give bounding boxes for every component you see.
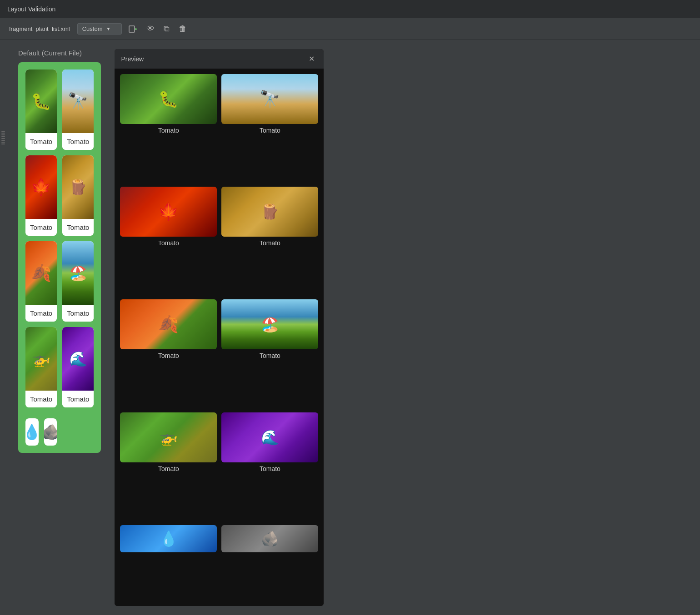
left-card-7: Tomato [62,327,94,407]
card-image-3 [62,155,94,219]
filename-label: fragment_plant_list.xml [5,24,74,34]
svg-rect-0 [129,26,135,32]
left-card-3: Tomato [62,155,94,236]
preview-button[interactable]: 👁 [144,22,157,35]
preview-grid: Tomato Tomato Tomato Tomato Tomato Tomat… [115,69,324,606]
chevron-down-icon: ▼ [106,26,110,31]
preview-card-label-6: Tomato [158,465,179,472]
card-label-4: Tomato [25,305,57,322]
card-image-2 [25,155,57,219]
left-partial-row [25,418,57,446]
preview-card-label-4: Tomato [158,352,179,359]
left-card-1: Tomato [62,69,94,150]
sidebar-tick [1,138,5,139]
preview-card-label-7: Tomato [260,465,280,472]
preview-card-image-2 [120,187,217,237]
left-grid: Tomato Tomato Tomato Tomato Tomato Tomat… [18,62,101,453]
left-partial-card-0 [25,418,39,446]
preview-card-label-1: Tomato [260,127,280,134]
title-bar: Layout Validation [0,0,700,18]
app-title: Layout Validation [7,5,55,13]
copy-icon: ⧉ [164,24,170,34]
preview-card-image-6 [120,412,217,462]
card-label-6: Tomato [25,391,57,407]
sidebar-tick [1,131,5,132]
card-label-0: Tomato [25,133,57,150]
card-image-5 [62,241,94,305]
custom-dropdown[interactable]: Custom ▼ [77,23,122,35]
sidebar-tick [1,144,5,144]
card-image-0 [25,69,57,133]
preview-card-image-0 [120,74,217,124]
preview-close-button[interactable]: ✕ [306,54,317,64]
preview-card-3: Tomato [221,187,318,295]
card-label-2: Tomato [25,219,57,236]
left-card-4: Tomato [25,241,57,322]
preview-card-5: Tomato [221,299,318,407]
preview-card-image-5 [221,299,318,349]
preview-card-1: Tomato [221,74,318,182]
preview-card-6: Tomato [120,412,217,521]
left-panel-title: Default (Current File) [18,49,101,57]
card-image-6 [25,327,57,391]
main-wrapper: Default (Current File) Tomato Tomato Tom… [0,40,700,615]
card-label-1: Tomato [62,133,94,150]
sidebar-left [0,40,9,615]
left-partial-card-1 [44,418,57,446]
left-card-0: Tomato [25,69,57,150]
preview-header: Preview ✕ [115,49,324,69]
left-card-6: Tomato [25,327,57,407]
card-label-7: Tomato [62,391,94,407]
add-layout-icon [128,25,137,34]
toolbar: fragment_plant_list.xml Custom ▼ 👁 ⧉ 🗑 [0,18,700,40]
card-label-3: Tomato [62,219,94,236]
sidebar-tick [1,142,5,143]
preview-card-0: Tomato [120,74,217,182]
card-image-7 [62,327,94,391]
preview-card-image-4 [120,299,217,349]
card-label-5: Tomato [62,305,94,322]
trash-icon: 🗑 [179,24,187,34]
preview-card-2: Tomato [120,187,217,295]
preview-card-label-3: Tomato [260,239,280,247]
preview-card-label-2: Tomato [158,239,179,247]
sidebar-tick [1,133,5,134]
sidebar-tick [1,134,5,135]
preview-card-label-5: Tomato [260,352,280,359]
preview-card-7: Tomato [221,412,318,521]
add-layout-button[interactable] [125,23,140,35]
left-card-2: Tomato [25,155,57,236]
preview-card-image-1 [221,74,318,124]
right-panel: Preview ✕ Tomato Tomato Tomato Tomato To… [115,49,324,606]
card-image-4 [25,241,57,305]
left-panel: Default (Current File) Tomato Tomato Tom… [18,49,101,606]
sidebar-tick [1,136,5,137]
preview-card-4: Tomato [120,299,217,407]
eye-icon: 👁 [146,24,155,34]
copy-button[interactable]: ⧉ [161,22,172,35]
preview-partial-card-0 [120,525,217,552]
delete-button[interactable]: 🗑 [176,22,190,35]
preview-title: Preview [121,55,144,63]
sidebar-tick [1,140,5,141]
main-content: Default (Current File) Tomato Tomato Tom… [9,40,333,615]
preview-card-image-7 [221,412,318,462]
left-card-5: Tomato [62,241,94,322]
preview-card-image-3 [221,187,318,237]
card-image-1 [62,69,94,133]
preview-partial-card-1 [221,525,318,552]
preview-card-label-0: Tomato [158,127,179,134]
